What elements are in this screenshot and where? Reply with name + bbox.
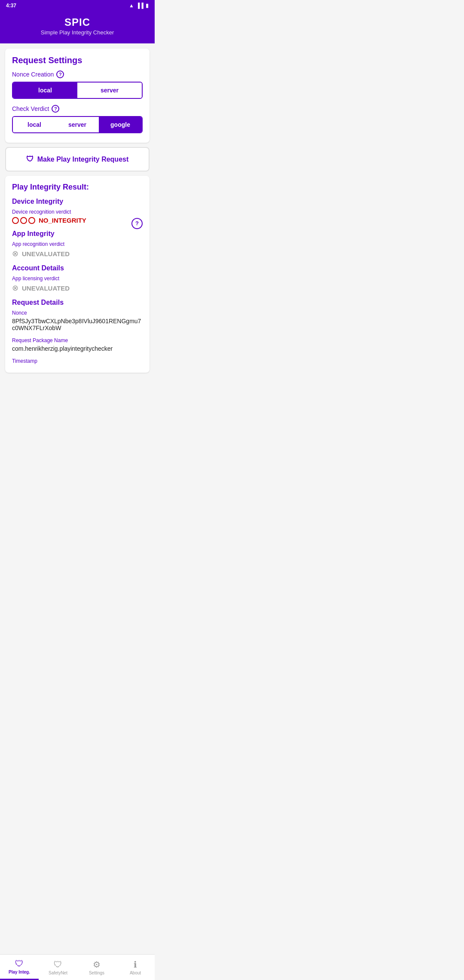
battery-icon: ▮: [146, 3, 149, 9]
make-request-button[interactable]: 🛡 Make Play Integrity Request: [5, 147, 150, 172]
check-verdict-label: Check Verdict ?: [12, 105, 143, 113]
dot-2: [20, 217, 27, 224]
account-details-title: Account Details: [12, 264, 143, 272]
package-name-label: Request Package Name: [12, 337, 143, 343]
status-icons: ▲ ▐▐ ▮: [129, 3, 149, 9]
nonce-local-button[interactable]: local: [13, 83, 77, 98]
main-content: Request Settings Nonce Creation ? local …: [0, 43, 155, 407]
nonce-detail-value: 8PfSJy3TbwCXLpNbe3p8IVluJ9601RENGgmu7c0W…: [12, 318, 143, 331]
app-verdict-icon: ⊗: [12, 249, 18, 258]
request-details-title: Request Details: [12, 299, 143, 306]
verdict-server-button[interactable]: server: [56, 117, 99, 132]
account-verdict-value: ⊗ UNEVALUATED: [12, 283, 143, 293]
request-settings-card: Request Settings Nonce Creation ? local …: [5, 49, 150, 143]
status-bar: 4:37 ▲ ▐▐ ▮: [0, 0, 155, 11]
device-integrity-title: Device Integrity: [12, 198, 143, 205]
device-verdict-row: NO_INTEGRITY ?: [12, 217, 143, 230]
dot-1: [12, 217, 19, 224]
verdict-google-button[interactable]: google: [99, 117, 142, 132]
dot-3: [28, 217, 35, 224]
nonce-creation-label: Nonce Creation ?: [12, 70, 143, 78]
app-title: SPIC: [7, 16, 148, 28]
check-verdict-toggle: local server google: [12, 116, 143, 133]
device-verdict-text: NO_INTEGRITY: [39, 217, 86, 224]
nonce-server-button[interactable]: server: [77, 83, 142, 98]
wifi-icon: ▲: [129, 3, 134, 9]
timestamp-label: Timestamp: [12, 358, 143, 364]
app-header: SPIC Simple Play Integrity Checker: [0, 11, 155, 43]
verdict-dots: [12, 217, 35, 224]
app-verdict-value: ⊗ UNEVALUATED: [12, 249, 143, 258]
nonce-creation-help-icon[interactable]: ?: [56, 70, 64, 78]
app-subtitle: Simple Play Integrity Checker: [7, 29, 148, 36]
signal-icon: ▐▐: [136, 3, 143, 9]
verdict-local-button[interactable]: local: [13, 117, 56, 132]
nonce-creation-toggle: local server: [12, 82, 143, 99]
app-integrity-title: App Integrity: [12, 230, 143, 238]
account-verdict-label: App licensing verdict: [12, 276, 143, 282]
device-verdict-label: Device recognition verdict: [12, 209, 143, 215]
request-settings-title: Request Settings: [12, 55, 143, 65]
shield-icon: 🛡: [26, 155, 34, 164]
account-verdict-icon: ⊗: [12, 283, 18, 293]
device-integrity-help-icon[interactable]: ?: [131, 218, 143, 229]
account-verdict-text: UNEVALUATED: [22, 285, 70, 292]
package-name-value: com.henrikherzig.playintegritychecker: [12, 345, 143, 352]
app-verdict-label: App recognition verdict: [12, 241, 143, 247]
status-time: 4:37: [6, 3, 16, 9]
check-verdict-help-icon[interactable]: ?: [52, 105, 59, 113]
nonce-detail-label: Nonce: [12, 310, 143, 316]
make-request-label: Make Play Integrity Request: [37, 156, 129, 163]
app-verdict-text: UNEVALUATED: [22, 250, 70, 257]
result-title: Play Integrity Result:: [12, 183, 143, 192]
result-card: Play Integrity Result: Device Integrity …: [5, 176, 150, 373]
device-verdict-value: NO_INTEGRITY: [12, 217, 131, 224]
